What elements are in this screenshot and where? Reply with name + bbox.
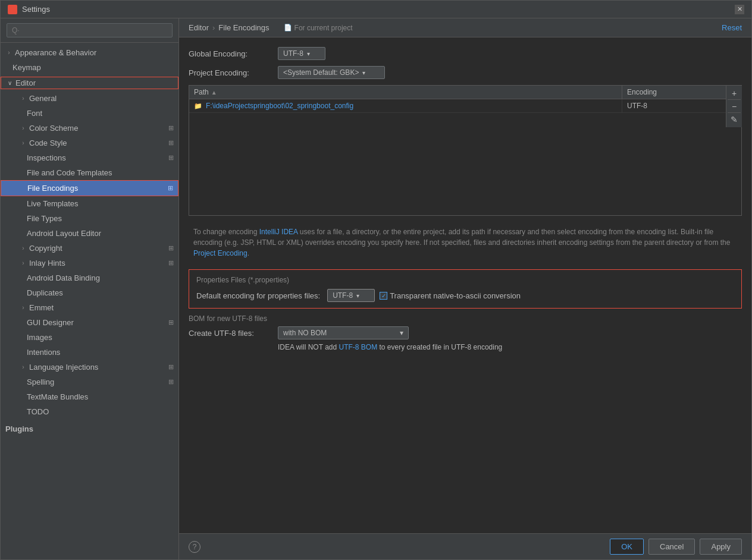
main-panel: Editor › File Encodings 📄 For current pr… bbox=[179, 18, 751, 559]
native-to-ascii-checkbox-wrapper[interactable]: Transparent native-to-ascii conversion bbox=[380, 291, 521, 300]
window-title: Settings bbox=[22, 5, 50, 14]
sidebar-item-label: Images bbox=[20, 333, 174, 342]
ok-button[interactable]: OK bbox=[610, 539, 644, 555]
close-button[interactable]: ✕ bbox=[735, 5, 744, 14]
expand-icon: › bbox=[20, 364, 27, 370]
expand-icon: › bbox=[5, 49, 12, 56]
info-text: To change encoding IntelliJ IDEA uses fo… bbox=[189, 222, 742, 263]
sidebar-item-copyright[interactable]: › Copyright ⊞ bbox=[1, 241, 178, 256]
settings-icon: ⊞ bbox=[168, 124, 174, 132]
native-to-ascii-label: Transparent native-to-ascii conversion bbox=[390, 291, 521, 300]
sidebar-item-label: Spelling bbox=[20, 377, 166, 386]
sidebar-item-android-data[interactable]: Android Data Binding bbox=[1, 270, 178, 285]
intellij-link: IntelliJ IDEA bbox=[259, 228, 298, 236]
settings-icon: ⊞ bbox=[168, 154, 174, 162]
sidebar-item-textmate[interactable]: TextMate Bundles bbox=[1, 389, 178, 404]
sidebar-item-label: General bbox=[29, 94, 174, 103]
bom-info-suffix: to every created file in UTF-8 encoding bbox=[377, 343, 502, 351]
sidebar-item-todo[interactable]: TODO bbox=[1, 404, 178, 419]
sidebar-item-editor[interactable]: ∨ Editor bbox=[1, 75, 178, 91]
sidebar-item-label: Color Scheme bbox=[29, 124, 166, 133]
native-to-ascii-checkbox[interactable] bbox=[380, 292, 387, 300]
settings-icon: ⊞ bbox=[168, 184, 173, 192]
table-body: 📁 F:\ideaProjectspringboot\02_springboot… bbox=[189, 99, 741, 215]
sidebar-item-label: Android Layout Editor bbox=[20, 229, 174, 238]
search-box bbox=[1, 18, 178, 43]
table-col-path: Path ▲ bbox=[189, 86, 622, 99]
title-bar-left: Settings bbox=[8, 5, 50, 14]
properties-encoding-dropdown[interactable]: UTF-8 ▾ bbox=[327, 289, 375, 302]
expand-icon: › bbox=[20, 304, 27, 311]
sidebar-item-images[interactable]: Images bbox=[1, 330, 178, 345]
sidebar-item-inspections[interactable]: Inspections ⊞ bbox=[1, 150, 178, 165]
sidebar-item-label: File Encodings bbox=[20, 184, 165, 193]
table-row[interactable]: 📁 F:\ideaProjectspringboot\02_springboot… bbox=[189, 99, 741, 113]
apply-button[interactable]: Apply bbox=[700, 539, 742, 555]
sidebar-item-color-scheme[interactable]: › Color Scheme ⊞ bbox=[1, 121, 178, 136]
sidebar-item-file-types[interactable]: File Types bbox=[1, 211, 178, 226]
sidebar-item-label: GUI Designer bbox=[20, 318, 166, 327]
sidebar-item-inlay-hints[interactable]: › Inlay Hints ⊞ bbox=[1, 256, 178, 270]
search-input[interactable] bbox=[7, 23, 173, 37]
sidebar-item-general[interactable]: › General bbox=[1, 91, 178, 106]
bom-create-dropdown[interactable]: with NO BOM ▾ bbox=[278, 326, 409, 339]
dropdown-arrow-icon: ▾ bbox=[362, 70, 365, 76]
reset-button[interactable]: Reset bbox=[722, 23, 742, 32]
bom-create-label: Create UTF-8 files: bbox=[189, 329, 272, 338]
sidebar-item-label: Android Data Binding bbox=[20, 273, 174, 282]
table-header: Path ▲ Encoding bbox=[189, 86, 741, 99]
dropdown-arrow-icon: ▾ bbox=[307, 51, 310, 57]
remove-row-button[interactable]: − bbox=[728, 100, 741, 113]
sidebar-item-keymap[interactable]: Keymap bbox=[1, 60, 178, 75]
sidebar-item-intentions[interactable]: Intentions bbox=[1, 345, 178, 360]
sidebar-item-label: Language Injections bbox=[29, 363, 166, 372]
table-encoding-value: UTF-8 bbox=[627, 102, 647, 110]
sidebar-item-gui-designer[interactable]: GUI Designer ⊞ bbox=[1, 315, 178, 330]
sidebar-item-live-templates[interactable]: Live Templates bbox=[1, 196, 178, 211]
sidebar-item-file-templates[interactable]: File and Code Templates bbox=[1, 165, 178, 180]
main-content: › Appearance & Behavior Keymap ∨ Editor bbox=[1, 18, 751, 559]
settings-window: Settings ✕ › Appearance & Behavior bbox=[0, 0, 752, 560]
bom-create-value: with NO BOM bbox=[283, 329, 327, 337]
global-encoding-dropdown[interactable]: UTF-8 ▾ bbox=[278, 47, 325, 60]
sidebar-item-font[interactable]: Font bbox=[1, 106, 178, 121]
breadcrumb: Editor › File Encodings bbox=[189, 23, 270, 32]
sidebar-item-appearance[interactable]: › Appearance & Behavior bbox=[1, 45, 178, 60]
sidebar-item-spelling[interactable]: Spelling ⊞ bbox=[1, 375, 178, 389]
properties-box: Properties Files (*.properties) Default … bbox=[189, 269, 742, 309]
global-encoding-label: Global Encoding: bbox=[189, 49, 272, 58]
sidebar-item-label: Copyright bbox=[29, 244, 166, 253]
edit-row-button[interactable]: ✎ bbox=[728, 113, 741, 126]
settings-icon: ⊞ bbox=[168, 139, 174, 147]
sidebar-item-android-layout[interactable]: Android Layout Editor bbox=[1, 226, 178, 241]
sidebar-item-language-injections[interactable]: › Language Injections ⊞ bbox=[1, 360, 178, 375]
main-body: Global Encoding: UTF-8 ▾ Project Encodin… bbox=[179, 37, 751, 533]
bottom-buttons: OK Cancel Apply bbox=[610, 539, 742, 555]
project-encoding-dropdown[interactable]: <System Default: GBK> ▾ bbox=[278, 66, 385, 79]
sidebar-item-label: Intentions bbox=[20, 348, 174, 357]
title-bar-controls[interactable]: ✕ bbox=[735, 5, 744, 14]
help-button[interactable]: ? bbox=[189, 541, 200, 553]
for-project-label: 📄 For current project bbox=[284, 24, 353, 32]
app-icon bbox=[8, 5, 17, 14]
sidebar-item-plugins[interactable]: Plugins bbox=[1, 419, 178, 436]
add-row-button[interactable]: + bbox=[728, 87, 741, 100]
breadcrumb-separator: › bbox=[212, 23, 215, 32]
sidebar-item-file-encodings[interactable]: File Encodings ⊞ bbox=[1, 180, 178, 196]
sidebar-item-duplicates[interactable]: Duplicates bbox=[1, 285, 178, 300]
sidebar-item-label: File and Code Templates bbox=[20, 168, 174, 177]
sidebar-section-label: Plugins bbox=[5, 424, 174, 433]
sidebar-item-emmet[interactable]: › Emmet bbox=[1, 300, 178, 315]
breadcrumb-current: File Encodings bbox=[218, 23, 269, 32]
global-encoding-value: UTF-8 bbox=[283, 49, 303, 58]
sidebar-item-label: Emmet bbox=[29, 303, 174, 312]
table-toolbar: + − ✎ bbox=[726, 86, 742, 127]
cancel-button[interactable]: Cancel bbox=[648, 539, 695, 555]
sidebar-item-label: Appearance & Behavior bbox=[15, 48, 174, 57]
sidebar-item-code-style[interactable]: › Code Style ⊞ bbox=[1, 136, 178, 150]
table-path-value: F:\ideaProjectspringboot\02_springboot_c… bbox=[206, 102, 353, 110]
settings-icon: ⊞ bbox=[168, 259, 174, 267]
info-text-content: To change encoding IntelliJ IDEA uses fo… bbox=[193, 228, 730, 257]
expand-icon: › bbox=[20, 245, 27, 251]
project-encoding-row: Project Encoding: <System Default: GBK> … bbox=[189, 66, 742, 79]
